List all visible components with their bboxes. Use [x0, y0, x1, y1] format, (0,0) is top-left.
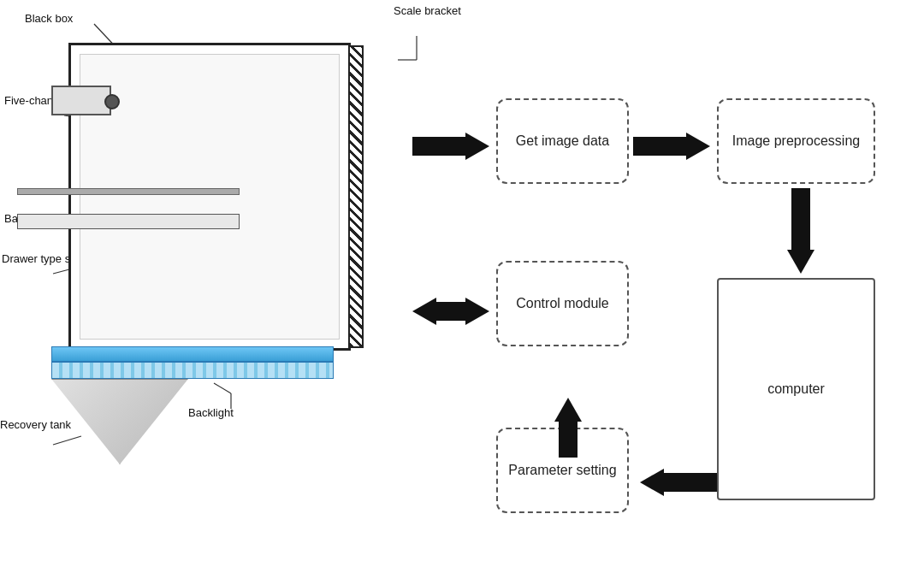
- arrow-device-to-getimage: [412, 133, 489, 160]
- svg-line-8: [214, 383, 231, 393]
- arrow-getimage-to-preprocess: [633, 133, 710, 160]
- scale-bracket-visual: [348, 45, 364, 348]
- arrow-device-to-control: [412, 298, 489, 325]
- arrow-preprocess-to-computer: [787, 188, 814, 274]
- arrow-param-to-control: [554, 398, 582, 458]
- scale-bracket-label: Scale bracket: [394, 4, 461, 17]
- svg-line-6: [53, 436, 81, 445]
- diagram-container: Black box Scale bracket Five-channel cam…: [0, 0, 924, 573]
- image-preprocessing-box: Image preprocessing: [717, 98, 875, 184]
- backlight-grid: [51, 362, 334, 379]
- drawer-stage-visual: [17, 214, 240, 229]
- recovery-tank-visual: [51, 379, 188, 464]
- control-module-box: Control module: [496, 261, 629, 346]
- backlight-blue: [51, 346, 334, 362]
- arrow-computer-to-param: [640, 469, 717, 496]
- bar-light-visual: [17, 188, 240, 195]
- black-box-inner: [80, 54, 340, 340]
- computer-box: computer: [717, 278, 875, 500]
- camera-housing: [51, 86, 111, 115]
- backlight-label: Backlight: [188, 406, 234, 419]
- recovery-tank-label: Recovery tank: [0, 418, 71, 431]
- black-box-label: Black box: [25, 12, 73, 25]
- camera-lens: [104, 94, 120, 109]
- get-image-data-box: Get image data: [496, 98, 629, 184]
